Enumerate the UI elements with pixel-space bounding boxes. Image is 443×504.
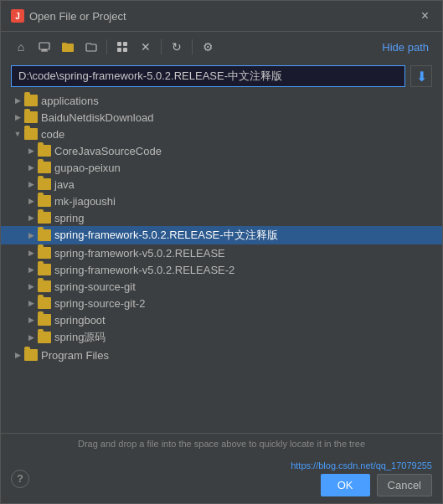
item-label-spring-source-git: spring-source-git — [54, 280, 136, 293]
close-button[interactable]: × — [418, 8, 432, 24]
bottom-right: https://blog.csdn.net/qq_17079255 OK Can… — [291, 460, 432, 496]
hide-path-button[interactable]: Hide path — [379, 39, 432, 55]
item-label-mk-jiagoushi: mk-jiagoushi — [54, 195, 116, 208]
folder-icon-springboot — [38, 314, 51, 326]
navigate-button[interactable] — [112, 37, 132, 57]
folder-icon-java — [38, 178, 51, 190]
tree-item-spring-framework-cn[interactable]: ▶ spring-framework-5.0.2.RELEASE-中文注释版 — [1, 226, 442, 244]
bottom-bar: ? https://blog.csdn.net/qq_17079255 OK C… — [1, 454, 442, 503]
item-label-java: java — [54, 178, 75, 191]
folder-icon-code — [24, 128, 38, 140]
item-label-code: code — [41, 128, 64, 141]
svg-rect-0 — [39, 43, 49, 49]
drag-hint: Drag and drop a file into the space abov… — [1, 433, 442, 454]
folder-icon-spring-source-git2 — [38, 297, 51, 309]
expand-icon-applications: ▶ — [11, 94, 24, 107]
folder-icon-program-files — [24, 349, 38, 361]
folder-icon-spring-source-git — [38, 280, 51, 292]
svg-rect-3 — [117, 42, 121, 46]
tree-item-spring[interactable]: ▶ spring — [1, 209, 442, 226]
tree-item-java[interactable]: ▶ java — [1, 176, 442, 193]
path-download-button[interactable]: ⬇ — [410, 65, 432, 87]
remove-button[interactable]: ✕ — [136, 37, 156, 57]
title-left: J Open File or Project — [11, 9, 126, 23]
svg-rect-4 — [123, 42, 127, 46]
item-label-applications: applications — [41, 95, 99, 107]
tree-item-spring-source-git2[interactable]: ▶ spring-source-git-2 — [1, 295, 442, 311]
csdn-link: https://blog.csdn.net/qq_17079255 — [291, 460, 432, 471]
folder-icon-spring-source — [38, 332, 51, 343]
expand-icon-gupao: ▶ — [24, 161, 38, 174]
folder-icon-baidunetdisk — [24, 111, 38, 123]
dialog-title: Open File or Project — [29, 10, 126, 23]
toolbar-sep-2 — [161, 39, 162, 54]
expand-icon-spring-source-git2: ▶ — [24, 296, 38, 310]
expand-icon-spring-framework-release2: ▶ — [24, 263, 38, 276]
ok-button[interactable]: OK — [321, 474, 370, 496]
item-label-spring-framework-release: spring-framework-v5.0.2.RELEASE — [54, 247, 225, 260]
cancel-button[interactable]: Cancel — [377, 474, 432, 496]
folder-icon-spring-framework-cn — [38, 229, 51, 241]
folder-icon-spring-framework-release — [38, 247, 51, 259]
item-label-spring-source: spring源码 — [54, 330, 106, 345]
item-label-spring-framework-cn: spring-framework-5.0.2.RELEASE-中文注释版 — [54, 228, 278, 243]
tree-item-gupao[interactable]: ▶ gupao-peixun — [1, 159, 442, 176]
tree-item-baidunetdisk[interactable]: ▶ BaiduNetdiskDownload — [1, 109, 442, 126]
help-button[interactable]: ? — [11, 470, 29, 488]
folder-button[interactable] — [58, 37, 78, 57]
tree-item-spring-framework-release[interactable]: ▶ spring-framework-v5.0.2.RELEASE — [1, 244, 442, 261]
tree-item-spring-framework-release2[interactable]: ▶ spring-framework-v5.0.2.RELEASE-2 — [1, 261, 442, 278]
expand-icon-spring-framework-release: ▶ — [24, 246, 38, 260]
folder-icon-spring-framework-release2 — [38, 264, 51, 275]
expand-icon-baidunetdisk: ▶ — [11, 111, 24, 124]
expand-icon-program-files: ▶ — [11, 348, 24, 362]
expand-icon-java: ▶ — [24, 177, 38, 191]
file-tree: ▶ applications ▶ BaiduNetdiskDownload ▼ … — [1, 90, 442, 433]
item-label-gupao: gupao-peixun — [54, 162, 121, 174]
tree-item-program-files[interactable]: ▶ Program Files — [1, 347, 442, 363]
item-label-spring-source-git2: spring-source-git-2 — [54, 297, 145, 310]
svg-rect-1 — [42, 49, 47, 51]
toolbar: ⌂ ✕ ↻ — [1, 32, 442, 62]
svg-rect-6 — [123, 48, 127, 52]
item-label-corejavasource: CoreJavaSourceCode — [54, 145, 162, 157]
title-bar: J Open File or Project × — [1, 1, 442, 32]
app-icon: J — [11, 9, 24, 23]
expand-icon-spring-source-git: ▶ — [24, 280, 38, 293]
item-label-baidunetdisk: BaiduNetdiskDownload — [41, 111, 153, 124]
tree-item-applications[interactable]: ▶ applications — [1, 92, 442, 109]
tree-item-spring-source[interactable]: ▶ spring源码 — [1, 328, 442, 347]
path-bar: ⬇ — [1, 62, 442, 90]
desktop-button[interactable] — [34, 37, 54, 57]
expand-icon-spring-source: ▶ — [24, 331, 38, 344]
tree-item-code[interactable]: ▼ code — [1, 126, 442, 142]
folder-icon-spring — [38, 212, 51, 224]
expand-icon-code: ▼ — [11, 127, 24, 141]
toolbar-sep-1 — [106, 39, 107, 54]
expand-icon-spring: ▶ — [24, 211, 38, 224]
item-label-program-files: Program Files — [41, 349, 109, 362]
item-label-spring-framework-release2: spring-framework-v5.0.2.RELEASE-2 — [54, 264, 234, 276]
folder-small-button[interactable] — [81, 37, 101, 57]
expand-icon-corejavasource: ▶ — [24, 144, 38, 157]
home-button[interactable]: ⌂ — [11, 37, 31, 57]
refresh-button[interactable]: ↻ — [167, 37, 187, 57]
tree-item-spring-source-git[interactable]: ▶ spring-source-git — [1, 278, 442, 295]
item-label-springboot: springboot — [54, 314, 106, 327]
settings-button[interactable]: ⚙ — [198, 37, 218, 57]
tree-item-corejavasource[interactable]: ▶ CoreJavaSourceCode — [1, 142, 442, 159]
open-file-dialog: J Open File or Project × ⌂ — [0, 0, 443, 504]
toolbar-sep-3 — [192, 39, 193, 54]
tree-item-springboot[interactable]: ▶ springboot — [1, 311, 442, 328]
svg-rect-2 — [41, 51, 48, 52]
path-input[interactable] — [11, 65, 405, 87]
tree-item-mk-jiagoushi[interactable]: ▶ mk-jiagoushi — [1, 193, 442, 209]
folder-icon-applications — [24, 95, 38, 106]
svg-rect-5 — [117, 48, 121, 52]
action-buttons: OK Cancel — [321, 474, 432, 496]
expand-icon-mk-jiagoushi: ▶ — [24, 194, 38, 208]
item-label-spring: spring — [54, 212, 84, 224]
folder-icon-corejavasource — [38, 145, 51, 157]
folder-icon-gupao — [38, 162, 51, 173]
expand-icon-springboot: ▶ — [24, 313, 38, 327]
